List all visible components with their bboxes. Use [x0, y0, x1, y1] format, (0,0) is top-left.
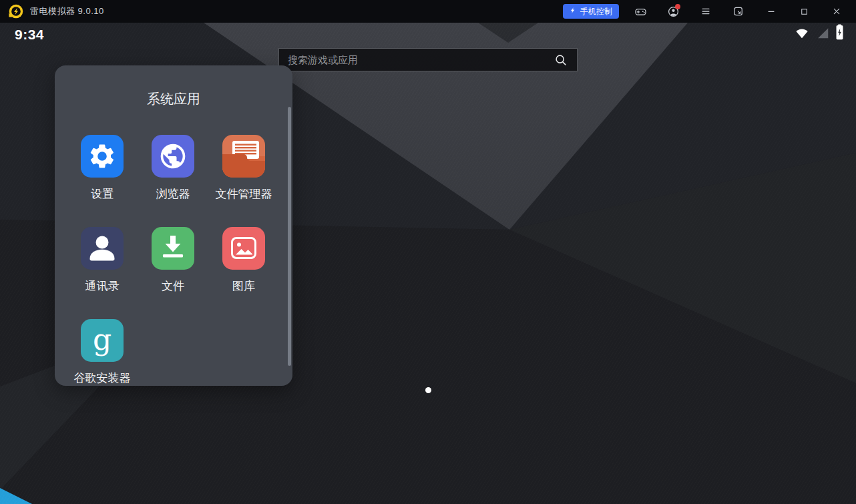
titlebar: 雷电模拟器 9.0.10 手机控制 — [0, 0, 856, 23]
resize-icon[interactable] — [727, 2, 750, 21]
app-tile-gallery[interactable]: 图库 — [208, 227, 279, 294]
app-label: 通讯录 — [85, 278, 120, 294]
search-bar — [278, 48, 578, 71]
folder-scrollbar[interactable] — [288, 107, 291, 366]
app-label: 设置 — [91, 186, 114, 202]
ldplayer-logo-icon — [8, 3, 24, 19]
app-tile-browser[interactable]: 浏览器 — [138, 135, 208, 202]
system-apps-folder: 系统应用 设置浏览器文件管理器通讯录文件图库g谷歌安装器 — [55, 65, 292, 386]
lightning-icon — [570, 6, 577, 17]
gear-icon — [81, 135, 124, 178]
search-icon[interactable] — [554, 53, 568, 67]
folder-title: 系统应用 — [55, 65, 292, 108]
app-label: 浏览器 — [156, 186, 190, 202]
minimize-button[interactable] — [760, 2, 783, 21]
android-screen: 9:34 — [0, 23, 856, 504]
window-title: 雷电模拟器 9.0.10 — [30, 5, 104, 17]
svg-text:g: g — [93, 322, 112, 356]
profile-icon[interactable] — [662, 2, 684, 21]
person-icon — [81, 227, 124, 270]
notification-dot — [675, 4, 680, 9]
wifi-icon — [794, 25, 810, 43]
menu-icon[interactable] — [694, 2, 717, 21]
image-icon — [222, 227, 265, 270]
app-label: 谷歌安装器 — [74, 370, 131, 386]
close-button[interactable] — [825, 2, 848, 21]
emulator-window: 雷电模拟器 9.0.10 手机控制 — [0, 0, 856, 504]
download-icon — [152, 227, 194, 270]
app-tile-settings[interactable]: 设置 — [67, 135, 138, 202]
g-letter-icon: g — [81, 319, 124, 362]
folder-icon — [222, 135, 265, 178]
app-tile-google-installer[interactable]: g谷歌安装器 — [67, 319, 138, 386]
search-input[interactable] — [288, 54, 554, 65]
app-tile-contacts[interactable]: 通讯录 — [67, 227, 138, 294]
page-indicator-dot — [425, 387, 431, 393]
phone-control-button[interactable]: 手机控制 — [563, 4, 619, 19]
gamepad-icon[interactable] — [629, 2, 652, 21]
app-label: 图库 — [232, 278, 255, 294]
status-clock: 9:34 — [15, 27, 44, 43]
globe-icon — [152, 135, 194, 178]
battery-charging-icon — [835, 24, 844, 43]
app-label: 文件管理器 — [216, 186, 272, 202]
app-label: 文件 — [162, 278, 184, 294]
signal-icon — [815, 25, 830, 43]
app-grid: 设置浏览器文件管理器通讯录文件图库g谷歌安装器 — [67, 135, 280, 411]
maximize-button[interactable] — [793, 2, 815, 21]
phone-control-label: 手机控制 — [580, 6, 612, 17]
app-tile-files[interactable]: 文件 — [138, 227, 208, 294]
app-tile-file-manager[interactable]: 文件管理器 — [208, 135, 279, 202]
